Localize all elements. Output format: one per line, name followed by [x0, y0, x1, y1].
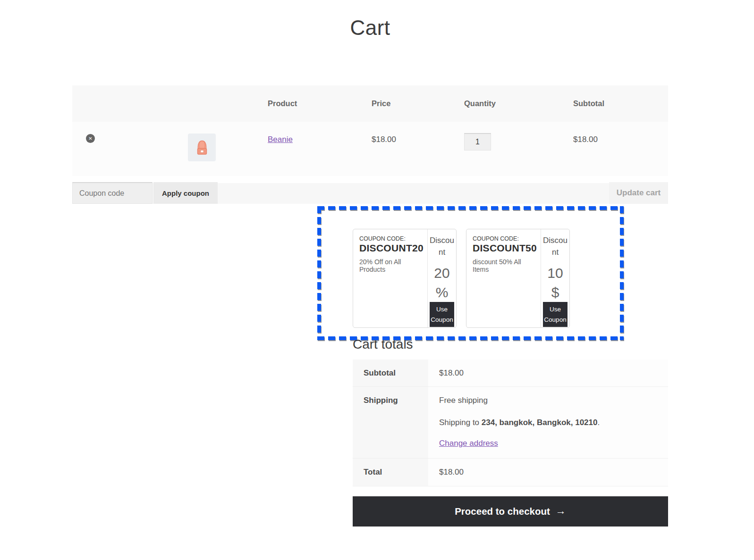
annotation-dash-right: [620, 206, 624, 340]
change-address-link[interactable]: Change address: [439, 439, 498, 448]
coupon-info: COUPON CODE: DISCOUNT20 20% Off on All P…: [353, 229, 427, 327]
coupon-card-discount20: COUPON CODE: DISCOUNT20 20% Off on All P…: [353, 229, 457, 328]
coupon-code: DISCOUNT20: [359, 242, 424, 254]
page-title: Cart: [72, 16, 668, 40]
shipping-address: 234, bangkok, Bangkok, 10210: [482, 418, 598, 427]
column-header-quantity: Quantity: [464, 85, 496, 122]
cart-table-header: Product Price Quantity Subtotal: [72, 85, 668, 122]
proceed-to-checkout-button[interactable]: Proceed to checkout →: [353, 496, 668, 527]
shipping-row: Shipping Free shipping Shipping to 234, …: [353, 387, 668, 459]
coupon-description: 20% Off on All Products: [359, 258, 424, 273]
arrow-right-icon: →: [556, 505, 566, 517]
cart-totals-heading: Cart totals: [353, 337, 668, 352]
remove-item-icon[interactable]: ✕: [86, 134, 95, 143]
checkout-button-label: Proceed to checkout: [455, 506, 550, 517]
shipping-value: Free shipping Shipping to 234, bangkok, …: [428, 387, 668, 458]
product-thumbnail[interactable]: [188, 134, 216, 161]
shipping-destination: Shipping to 234, bangkok, Bangkok, 10210…: [439, 418, 663, 427]
coupon-code: DISCOUNT50: [473, 242, 537, 254]
coupon-code-input[interactable]: [72, 182, 152, 204]
product-name-link[interactable]: Beanie: [268, 135, 293, 144]
coupon-card-discount50: COUPON CODE: DISCOUNT50 discount 50% All…: [466, 229, 570, 328]
column-header-subtotal: Subtotal: [573, 85, 604, 122]
beanie-image: [192, 138, 212, 158]
coupon-discount-panel: Discount 20 % Use Coupon: [427, 229, 456, 327]
column-header-price: Price: [372, 85, 390, 122]
cart-totals-section: Cart totals Subtotal $18.00 Shipping Fre…: [353, 337, 668, 527]
shipping-method: Free shipping: [439, 396, 663, 405]
coupon-code-label: COUPON CODE:: [473, 235, 537, 242]
total-row: Total $18.00: [353, 459, 668, 486]
cart-item-row: ✕ Beanie $18.00 $18.00: [72, 122, 668, 176]
total-value: $18.00: [428, 459, 668, 486]
shipping-label: Shipping: [353, 387, 428, 458]
coupon-cards-area: COUPON CODE: DISCOUNT20 20% Off on All P…: [353, 229, 570, 328]
cart-actions-bar: Apply coupon Update cart: [72, 183, 668, 204]
shipping-to-text: Shipping to: [439, 418, 482, 427]
coupon-code-label: COUPON CODE:: [359, 235, 424, 242]
total-label: Total: [353, 459, 428, 486]
cart-table: Product Price Quantity Subtotal ✕ Beanie…: [72, 85, 668, 204]
annotation-dash-top: [317, 206, 624, 210]
page-content: Cart Product Price Quantity Subtotal ✕ B…: [72, 0, 668, 40]
shipping-to-period: .: [597, 418, 600, 427]
column-header-product: Product: [268, 85, 297, 122]
subtotal-value: $18.00: [428, 359, 668, 386]
apply-coupon-button[interactable]: Apply coupon: [153, 182, 218, 204]
discount-value: 10 $: [543, 264, 568, 302]
coupon-info: COUPON CODE: DISCOUNT50 discount 50% All…: [466, 229, 541, 327]
use-coupon-button[interactable]: Use Coupon: [430, 302, 454, 327]
discount-label: Discount: [543, 235, 568, 258]
coupon-description: discount 50% All Items: [473, 258, 537, 273]
discount-value: 20 %: [430, 264, 454, 302]
item-price: $18.00: [372, 135, 396, 144]
use-coupon-button[interactable]: Use Coupon: [543, 302, 568, 327]
update-cart-button[interactable]: Update cart: [609, 182, 668, 204]
discount-label: Discount: [430, 235, 454, 258]
subtotal-row: Subtotal $18.00: [353, 359, 668, 387]
item-subtotal: $18.00: [573, 135, 598, 144]
subtotal-label: Subtotal: [353, 359, 428, 386]
annotation-dash-left: [317, 206, 321, 340]
coupon-discount-panel: Discount 10 $ Use Coupon: [541, 229, 569, 327]
quantity-input[interactable]: [464, 133, 491, 150]
cart-totals-table: Subtotal $18.00 Shipping Free shipping S…: [353, 359, 668, 486]
